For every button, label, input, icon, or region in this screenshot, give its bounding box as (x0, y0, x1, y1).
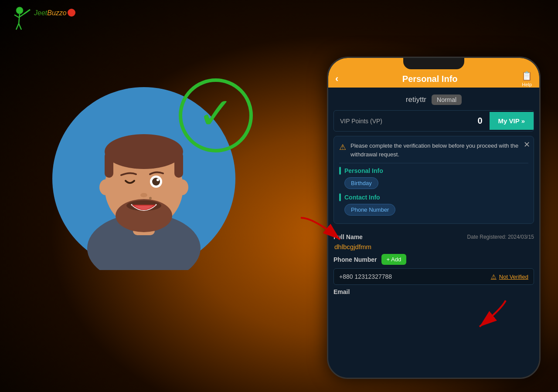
email-label: Email (333, 288, 534, 295)
contact-section-label: Contact Info (339, 193, 528, 201)
add-phone-button[interactable]: + Add (381, 254, 407, 265)
personal-info-section: Personal Info Birthday (339, 167, 528, 189)
status-badge: Normal (432, 95, 462, 105)
logo: JeetBuzzo (13, 9, 75, 18)
vip-row: VIP Points (VP) 0 My VIP » (333, 110, 534, 132)
birthday-tag[interactable]: Birthday (344, 177, 378, 189)
svg-rect-12 (174, 152, 183, 178)
phone-label-row: Phone Number + Add (333, 254, 534, 265)
warning-text: Please complete the verification below b… (350, 142, 528, 159)
form-section: Full Name Date Registered: 2024/03/15 dh… (328, 228, 539, 295)
logo-text: JeetBuzzo (34, 9, 75, 18)
divider (339, 163, 528, 163)
not-verified-label: Not Verified (499, 274, 528, 280)
page-title: Personal Info (402, 74, 458, 84)
phone-mockup: ‹ Personal Info 📋 Help retiyttr Normal V… (327, 57, 541, 379)
avatar-section: ✓ (35, 70, 262, 331)
svg-point-20 (99, 179, 112, 195)
svg-point-19 (149, 197, 152, 199)
svg-line-4 (16, 24, 19, 30)
full-name-label: Full Name (333, 233, 363, 240)
date-registered: Date Registered: 2024/03/15 (467, 234, 534, 240)
section-label: Personal Info (339, 167, 528, 175)
svg-line-1 (19, 14, 20, 24)
svg-rect-11 (105, 152, 113, 178)
svg-point-10 (105, 134, 183, 169)
vip-points-label: VIP Points (VP) (334, 112, 470, 130)
phone-notch (403, 58, 464, 69)
svg-line-2 (14, 15, 19, 17)
phone-number-tag[interactable]: Phone Number (344, 204, 395, 216)
full-name-value: dhlbcgjdfmm (333, 243, 534, 250)
help-button[interactable]: 📋 Help (521, 71, 532, 87)
logo-dot (68, 9, 75, 17)
svg-point-0 (16, 7, 23, 14)
svg-point-17 (157, 179, 159, 181)
check-circle: ✓ (179, 78, 253, 152)
help-icon: 📋 (521, 71, 532, 81)
close-button[interactable]: ✕ (524, 140, 530, 149)
phone-number-label: Phone Number (333, 256, 377, 263)
username: retiyttr (406, 95, 426, 104)
svg-point-16 (152, 178, 160, 186)
personal-info-title: Personal Info (344, 167, 383, 174)
contact-section-bar (339, 193, 341, 201)
cricket-icon (11, 5, 35, 34)
contact-info-section: Contact Info Phone Number (339, 193, 528, 216)
svg-point-18 (140, 193, 147, 197)
phone-value: +880 12312327788 (339, 273, 392, 280)
not-verified-status[interactable]: ⚠ Not Verified (491, 273, 528, 280)
phone-content: ‹ Personal Info 📋 Help retiyttr Normal V… (328, 58, 539, 378)
back-button[interactable]: ‹ (335, 73, 338, 84)
phone-input-row[interactable]: +880 12312327788 ⚠ Not Verified (333, 268, 534, 285)
warning-content: ⚠ Please complete the verification below… (339, 142, 528, 159)
svg-line-5 (19, 24, 21, 30)
warning-banner: ⚠ Please complete the verification below… (333, 136, 534, 224)
warning-icon: ⚠ (339, 142, 346, 152)
vip-points-value: 0 (470, 111, 489, 131)
username-row: retiyttr Normal (328, 88, 539, 108)
full-name-row: Full Name Date Registered: 2024/03/15 (333, 233, 534, 240)
help-label: Help (522, 82, 532, 87)
my-vip-button[interactable]: My VIP » (490, 112, 534, 130)
contact-info-title: Contact Info (344, 194, 380, 201)
svg-point-21 (176, 179, 188, 195)
check-mark: ✓ (197, 91, 234, 135)
section-bar (339, 167, 341, 175)
warning-triangle: ⚠ (491, 273, 497, 280)
svg-line-6 (24, 10, 30, 14)
